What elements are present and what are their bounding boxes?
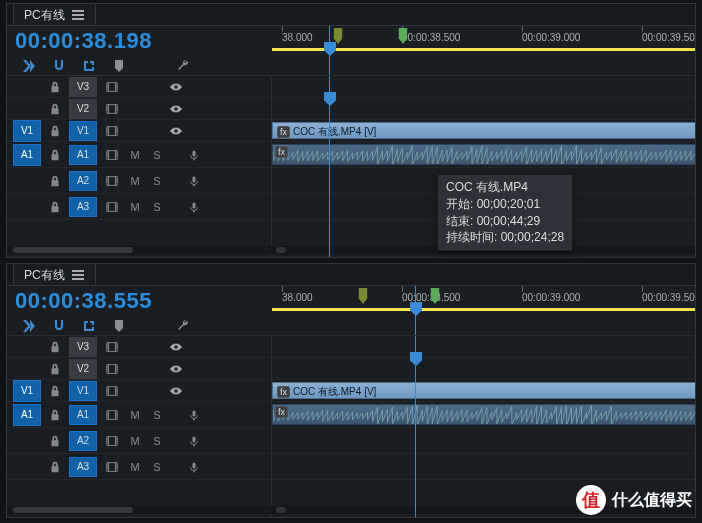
track-output-icon[interactable] <box>103 382 121 400</box>
track-target[interactable]: A1 <box>69 145 97 165</box>
track-target[interactable]: A3 <box>69 457 97 477</box>
mute-button[interactable]: M <box>127 175 143 187</box>
lock-icon[interactable] <box>47 199 63 215</box>
timeline-marker-icon[interactable] <box>357 288 369 304</box>
audio-track[interactable]: fx <box>272 142 695 168</box>
track-target[interactable]: V1 <box>69 121 97 141</box>
track-target[interactable]: V3 <box>69 77 97 97</box>
mute-button[interactable]: M <box>127 409 143 421</box>
track-target[interactable]: V2 <box>69 359 97 379</box>
lock-icon[interactable] <box>47 123 63 139</box>
audio-clip[interactable]: fx <box>272 404 695 425</box>
source-patch[interactable] <box>13 196 41 218</box>
solo-button[interactable]: S <box>149 461 165 473</box>
track-target[interactable]: A1 <box>69 405 97 425</box>
fx-badge-icon[interactable]: fx <box>277 386 290 398</box>
fx-badge-icon[interactable]: fx <box>275 146 288 158</box>
lock-icon[interactable] <box>47 101 63 117</box>
snap-icon[interactable] <box>21 58 37 74</box>
voiceover-mic-icon[interactable] <box>185 458 203 476</box>
current-timecode[interactable]: 00:00:38.198 <box>15 28 272 54</box>
fx-badge-icon[interactable]: fx <box>275 406 288 418</box>
video-track[interactable]: fxCOC 有线.MP4 [V] <box>272 120 695 142</box>
sequence-tab[interactable]: PC有线 <box>13 263 96 285</box>
voiceover-mic-icon[interactable] <box>185 406 203 424</box>
mute-button[interactable]: M <box>127 461 143 473</box>
lock-icon[interactable] <box>47 433 63 449</box>
time-ruler[interactable]: 38.00000:00:38.50000:00:39.00000:00:39.5… <box>272 286 695 310</box>
eye-icon[interactable] <box>167 382 185 400</box>
lock-icon[interactable] <box>47 147 63 163</box>
playhead[interactable] <box>329 76 330 257</box>
audio-track[interactable] <box>272 454 695 480</box>
solo-button[interactable]: S <box>149 409 165 421</box>
audio-track[interactable] <box>272 428 695 454</box>
source-patch[interactable] <box>13 358 41 380</box>
sequence-tab[interactable]: PC有线 <box>13 3 96 25</box>
track-target[interactable]: A3 <box>69 197 97 217</box>
track-target[interactable]: A2 <box>69 171 97 191</box>
panel-menu-icon[interactable] <box>71 10 85 20</box>
eye-icon[interactable] <box>167 78 185 96</box>
mute-button[interactable]: M <box>127 435 143 447</box>
track-output-icon[interactable] <box>103 146 121 164</box>
timeline-marker-icon[interactable] <box>332 28 344 44</box>
track-target[interactable]: V1 <box>69 381 97 401</box>
snap-icon[interactable] <box>21 318 37 334</box>
playhead[interactable] <box>329 26 330 75</box>
marker-icon[interactable] <box>111 318 127 334</box>
track-target[interactable]: V2 <box>69 99 97 119</box>
source-patch[interactable]: A1 <box>13 144 41 166</box>
audio-track[interactable]: fx <box>272 402 695 428</box>
source-patch[interactable] <box>13 76 41 98</box>
lock-icon[interactable] <box>47 79 63 95</box>
solo-button[interactable]: S <box>149 149 165 161</box>
lock-icon[interactable] <box>47 339 63 355</box>
track-target[interactable]: V3 <box>69 337 97 357</box>
voiceover-mic-icon[interactable] <box>185 432 203 450</box>
zoom-scrollbar[interactable] <box>7 246 272 254</box>
linked-selection-icon[interactable] <box>81 318 97 334</box>
video-track[interactable] <box>272 358 695 380</box>
lock-icon[interactable] <box>47 361 63 377</box>
linked-selection-icon[interactable] <box>81 58 97 74</box>
track-output-icon[interactable] <box>103 172 121 190</box>
solo-button[interactable]: S <box>149 201 165 213</box>
source-patch[interactable] <box>13 170 41 192</box>
current-timecode[interactable]: 00:00:38.555 <box>15 288 272 314</box>
voiceover-mic-icon[interactable] <box>185 146 203 164</box>
voiceover-mic-icon[interactable] <box>185 172 203 190</box>
track-output-icon[interactable] <box>103 100 121 118</box>
source-patch[interactable] <box>13 336 41 358</box>
settings-icon[interactable] <box>175 318 191 334</box>
track-output-icon[interactable] <box>103 198 121 216</box>
eye-icon[interactable] <box>167 360 185 378</box>
audio-clip[interactable]: fx <box>272 144 695 165</box>
magnet-icon[interactable] <box>51 58 67 74</box>
source-patch[interactable] <box>13 430 41 452</box>
track-output-icon[interactable] <box>103 432 121 450</box>
solo-button[interactable]: S <box>149 435 165 447</box>
lock-icon[interactable] <box>47 173 63 189</box>
track-output-icon[interactable] <box>103 122 121 140</box>
eye-icon[interactable] <box>167 122 185 140</box>
video-clip[interactable]: fxCOC 有线.MP4 [V] <box>272 122 695 139</box>
eye-icon[interactable] <box>167 100 185 118</box>
video-track[interactable] <box>272 336 695 358</box>
source-patch[interactable] <box>13 456 41 478</box>
marker-icon[interactable] <box>111 58 127 74</box>
solo-button[interactable]: S <box>149 175 165 187</box>
track-target[interactable]: A2 <box>69 431 97 451</box>
settings-icon[interactable] <box>175 58 191 74</box>
video-track[interactable] <box>272 98 695 120</box>
track-output-icon[interactable] <box>103 338 121 356</box>
lock-icon[interactable] <box>47 407 63 423</box>
eye-icon[interactable] <box>167 338 185 356</box>
source-patch[interactable]: V1 <box>13 380 41 402</box>
track-output-icon[interactable] <box>103 360 121 378</box>
mute-button[interactable]: M <box>127 149 143 161</box>
work-area-bar[interactable] <box>272 308 695 311</box>
track-output-icon[interactable] <box>103 458 121 476</box>
source-patch[interactable]: V1 <box>13 120 41 142</box>
source-patch[interactable] <box>13 98 41 120</box>
